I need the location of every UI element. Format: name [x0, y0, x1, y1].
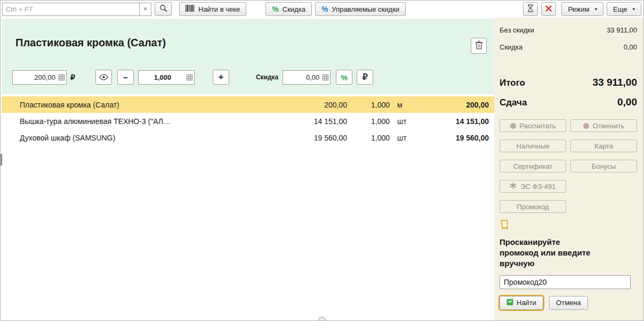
ticket-icon [501, 220, 637, 232]
item-unit: шт [390, 134, 420, 142]
hourglass-button[interactable] [523, 2, 538, 16]
cancel-payment-button[interactable]: Отменить [570, 119, 637, 132]
es-fz491-button[interactable]: ЭС ФЗ-491 [500, 180, 566, 193]
trash-icon [475, 40, 483, 51]
promo-find-label: Найти [517, 299, 536, 307]
table-row[interactable]: Вышка-тура алюминиевая ТЕХНО-3 ("АЛ… 14 … [2, 113, 494, 129]
search-icon [159, 4, 167, 14]
es-fz491-label: ЭС ФЗ-491 [520, 183, 556, 191]
calculator-icon[interactable] [187, 75, 192, 80]
item-price: 19 560,00 [294, 134, 347, 142]
search-button[interactable] [155, 2, 172, 16]
discount-percent-button[interactable]: % [336, 70, 352, 85]
search-input[interactable] [2, 3, 140, 16]
item-price: 200,00 [294, 101, 347, 109]
current-item-panel: Пластиковая кромка (Салат) ₽ [2, 19, 494, 94]
item-unit: шт [390, 117, 420, 126]
promo-find-button[interactable]: Найти [500, 296, 543, 310]
receipt-area: Пластиковая кромка (Салат) ₽ [1, 18, 494, 320]
item-controls-row: ₽ − + Скидка [12, 70, 488, 85]
managed-discounts-label: Управляемые скидки [332, 5, 399, 13]
item-unit: м [390, 101, 420, 109]
pos-window: × Найти в чеке % Скидка % Управляемые ск… [0, 0, 644, 321]
percent-blue-icon: % [321, 5, 328, 13]
item-name: Пластиковая кромка (Салат) [2, 101, 294, 109]
cancel-payment-label: Отменить [593, 122, 624, 130]
calculate-label: Рассчитать [520, 122, 556, 130]
table-row[interactable]: Духовой шкаф (SAMSUNG) 19 560,00 1,000 ш… [2, 129, 494, 146]
close-icon [545, 5, 552, 13]
window-body: Пластиковая кромка (Салат) ₽ [1, 18, 643, 320]
discount-field-label: Скидка [256, 73, 278, 81]
item-qty: 1,000 [347, 134, 390, 142]
clear-search-button[interactable]: × [140, 3, 151, 16]
chevron-down-icon: ▾ [594, 6, 597, 12]
percent-green-icon: % [272, 5, 278, 13]
total-value: 33 911,00 [593, 77, 637, 88]
item-qty: 1,000 [347, 101, 390, 109]
payment-buttons-grid: Рассчитать Отменить Наличные Карта Серти… [500, 119, 637, 213]
chevron-down-icon: ▾ [632, 6, 635, 12]
price-currency-label: ₽ [70, 73, 75, 81]
eye-icon [99, 73, 108, 82]
calculate-status-icon [510, 123, 516, 129]
calculate-button[interactable]: Рассчитать [500, 119, 566, 132]
item-total: 14 151,00 [420, 117, 489, 126]
current-item-title: Пластиковая кромка (Салат) [15, 37, 166, 49]
cash-button[interactable]: Наличные [500, 139, 566, 152]
calculator-icon[interactable] [323, 75, 328, 80]
increase-qty-button[interactable]: + [213, 70, 229, 85]
mode-label: Режим [568, 5, 589, 13]
receipt-table: Пластиковая кромка (Салат) 200,00 1,000 … [2, 96, 494, 146]
view-item-button[interactable] [95, 70, 112, 85]
snowflake-icon [510, 182, 517, 191]
bottom-splitter-handle[interactable] [318, 317, 326, 320]
discount-field [283, 70, 331, 85]
promo-instruction: Просканируйте промокод или введите вручн… [500, 237, 600, 269]
close-receipt-button[interactable] [541, 2, 556, 16]
enter-icon [506, 299, 513, 307]
find-in-receipt-label: Найти в чеке [198, 5, 240, 13]
change-label: Сдача [500, 97, 527, 108]
price-field [12, 70, 67, 85]
mode-dropdown[interactable]: Режим ▾ [561, 2, 603, 16]
payment-sidebar: Без скидки 33 911,00 Скидка 0,00 Итого 3… [494, 18, 643, 320]
item-price: 14 151,00 [294, 117, 347, 126]
promocode-button[interactable]: Промокод [500, 200, 566, 213]
delete-item-button[interactable] [471, 38, 487, 54]
certificate-button[interactable]: Сертификат [500, 160, 566, 172]
barcode-icon [186, 5, 195, 13]
no-discount-value: 33 911,00 [607, 26, 637, 34]
hourglass-icon [527, 4, 534, 14]
item-total: 19 560,00 [420, 134, 489, 142]
find-in-receipt-button[interactable]: Найти в чеке [179, 2, 246, 16]
top-toolbar: × Найти в чеке % Скидка % Управляемые ск… [1, 1, 643, 18]
discount-summary-value: 0,00 [624, 43, 637, 51]
item-qty: 1,000 [347, 117, 390, 126]
promocode-input[interactable] [500, 275, 631, 289]
more-dropdown[interactable]: Еще ▾ [607, 2, 641, 16]
calculator-icon[interactable] [59, 75, 65, 80]
item-name: Вышка-тура алюминиевая ТЕХНО-3 ("АЛ… [2, 117, 294, 126]
left-splitter-handle[interactable] [1, 154, 2, 166]
discount-summary-label: Скидка [500, 43, 522, 51]
promo-actions: Найти Отмена [500, 296, 637, 310]
discount-button-label: Скидка [283, 5, 305, 13]
search-field-group: × [2, 3, 151, 16]
change-value: 0,00 [617, 96, 637, 108]
discount-button[interactable]: % Скидка [265, 2, 312, 16]
quantity-field [138, 70, 195, 85]
no-discount-label: Без скидки [500, 26, 534, 34]
bonuses-button[interactable]: Бонусы [570, 160, 637, 172]
table-row[interactable]: Пластиковая кромка (Салат) 200,00 1,000 … [2, 96, 494, 113]
managed-discounts-button[interactable]: % Управляемые скидки [315, 2, 406, 16]
total-label: Итого [500, 78, 525, 88]
promo-cancel-button[interactable]: Отмена [549, 296, 588, 310]
cancel-status-icon [583, 123, 589, 129]
discount-ruble-button[interactable]: ₽ [357, 70, 373, 85]
more-label: Еще [613, 5, 627, 13]
item-name: Духовой шкаф (SAMSUNG) [2, 134, 294, 142]
item-total: 200,00 [420, 101, 489, 109]
card-button[interactable]: Карта [570, 139, 637, 152]
decrease-qty-button[interactable]: − [117, 70, 134, 85]
